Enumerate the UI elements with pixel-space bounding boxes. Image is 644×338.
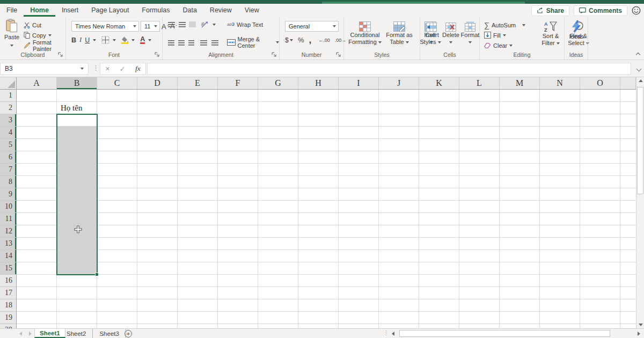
conditional-formatting-button[interactable]: Conditional Formatting [347,19,383,46]
column-header[interactable]: J [379,77,419,89]
insert-cells-button[interactable]: Insert [422,19,441,46]
insert-function-icon[interactable]: fx [135,64,141,73]
fill-handle[interactable] [95,273,99,276]
column-header[interactable]: K [419,77,459,89]
row-header[interactable]: 17 [0,287,16,299]
row-header[interactable]: 14 [0,250,16,262]
scroll-right-icon[interactable] [638,332,640,336]
align-center-icon[interactable] [178,40,185,46]
row-header[interactable]: 20 [0,324,16,328]
ribbon-tab[interactable]: Review [203,4,238,17]
merge-center-button[interactable]: Merge & Center [227,36,280,49]
column-header[interactable]: M [500,77,540,89]
borders-icon[interactable] [101,36,109,44]
column-header-partial[interactable] [620,77,636,89]
ribbon-tab[interactable]: View [238,4,266,17]
column-header[interactable]: A [17,77,57,89]
comments-button[interactable]: Comments [574,5,627,16]
sheet-tab[interactable]: Sheet2 [60,329,93,338]
alignment-dialog-launcher[interactable] [272,52,277,57]
row-header[interactable]: 11 [0,213,16,225]
scroll-left-icon[interactable] [392,332,394,336]
row-header[interactable]: 7 [0,164,16,176]
sheet-tab[interactable]: Sheet3 [93,329,126,338]
expand-formula-bar-icon[interactable] [636,67,642,72]
vertical-scrollbar-thumb[interactable] [637,87,643,194]
ribbon-tab[interactable]: Data [176,4,203,17]
underline-button[interactable]: U [85,36,90,44]
increase-indent-icon[interactable] [211,40,219,46]
italic-button[interactable]: I [79,36,82,44]
tab-scroll-splitter[interactable]: ⋮ [383,329,389,336]
wrap-text-button[interactable]: ab Wrap Text [227,21,263,28]
name-box[interactable]: B3 [0,63,89,75]
decrease-indent-icon[interactable] [200,40,208,46]
column-header[interactable]: F [218,77,258,89]
share-button[interactable]: Share [531,5,569,16]
cell-b2-text[interactable]: Họ tên [59,102,82,114]
comma-style-button[interactable]: , [309,38,312,42]
column-header[interactable]: D [137,77,178,89]
clipboard-dialog-launcher[interactable] [58,52,63,57]
column-header[interactable]: I [339,77,379,89]
row-header[interactable]: 10 [0,201,16,213]
bold-button[interactable]: B [71,36,76,44]
column-header[interactable]: N [540,77,580,89]
column-header[interactable]: L [459,77,500,89]
column-header[interactable]: O [580,77,620,89]
font-dialog-launcher[interactable] [155,52,160,57]
format-as-table-button[interactable]: Format as Table [383,19,416,46]
clear-button[interactable]: Clear [484,40,525,50]
autosum-button[interactable]: ∑ AutoSum [484,20,525,30]
row-header[interactable]: 5 [0,139,16,151]
row-header[interactable]: 15 [0,262,16,275]
confirm-entry-icon[interactable]: ✓ [120,65,126,73]
scroll-down-icon[interactable] [639,324,643,326]
row-header[interactable]: 1 [0,90,16,102]
align-left-icon[interactable] [168,40,174,46]
paste-button[interactable]: Paste [3,19,21,52]
fill-color-button[interactable] [121,36,128,44]
selection-range-b3-b15[interactable] [56,114,98,275]
cancel-entry-icon[interactable]: × [105,64,109,73]
format-painter-button[interactable]: Format Painter [24,40,65,50]
ribbon-tab[interactable]: Insert [55,4,85,17]
row-header[interactable]: 19 [0,312,16,324]
delete-cells-button[interactable]: Delete [441,19,460,46]
font-family-combo[interactable]: Times New Roman [71,21,139,32]
row-header[interactable]: 18 [0,299,16,312]
number-format-combo[interactable]: General [285,21,339,32]
ribbon-tab[interactable]: Home [24,4,55,17]
ribbon-tab[interactable]: Formulas [135,4,176,17]
column-header[interactable]: G [258,77,298,89]
new-sheet-button[interactable]: + [125,330,132,337]
formula-input[interactable] [147,63,631,75]
row-header[interactable]: 2 [0,102,16,114]
align-right-icon[interactable] [188,40,195,46]
orientation-icon[interactable]: ab [201,21,209,28]
row-header[interactable]: 3 [0,114,16,127]
column-header[interactable]: E [178,77,218,89]
row-header[interactable]: 6 [0,151,16,164]
ideas-button[interactable]: Ideas [566,19,587,40]
row-header[interactable]: 9 [0,188,16,201]
percent-button[interactable]: % [298,36,304,44]
row-header[interactable]: 16 [0,275,16,287]
font-color-button[interactable]: A [140,36,145,44]
cut-button[interactable]: Cut [24,20,65,30]
align-bottom-icon[interactable] [189,21,196,27]
font-size-combo[interactable]: 11 [141,21,160,32]
vertical-scrollbar[interactable] [636,77,644,328]
select-all-corner[interactable] [0,77,17,90]
ribbon-tab[interactable]: File [0,4,24,17]
row-header[interactable]: 13 [0,238,16,250]
cells-area[interactable] [17,90,636,328]
sheet-nav-right-icon[interactable] [29,332,32,336]
number-dialog-launcher[interactable] [336,52,341,57]
column-header[interactable]: H [298,77,339,89]
horizontal-scrollbar-thumb[interactable] [399,330,610,337]
row-header[interactable]: 8 [0,176,16,188]
ribbon-tab[interactable]: Page Layout [85,4,135,17]
sort-filter-button[interactable]: AZ Sort & Filter [537,19,565,47]
fill-button[interactable]: Fill [484,30,525,40]
